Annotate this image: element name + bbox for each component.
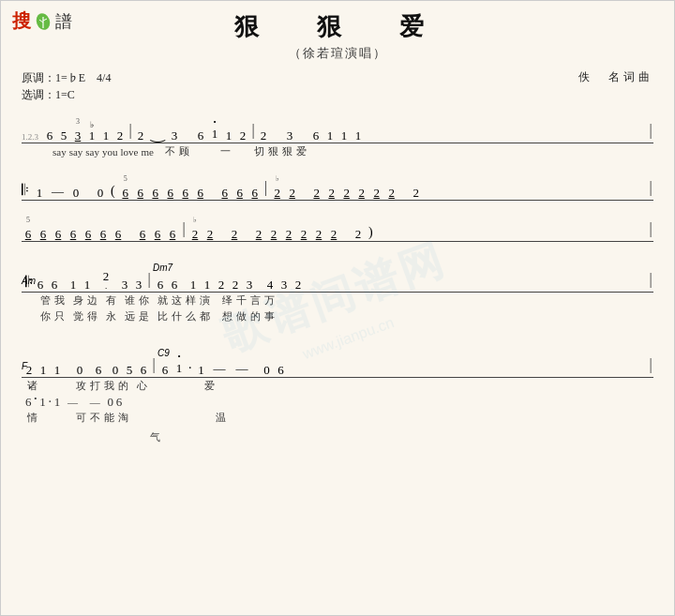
line-1-lyrics: say say say you love me 不 顾 一 切 狠 狠 爱 [22, 143, 653, 159]
lyr-de2: 的 [116, 379, 129, 393]
lyr-bu: 不 [88, 411, 101, 425]
lyr-yang: 样 [184, 293, 197, 308]
chord-dm7: Dm7 [153, 263, 172, 273]
lyr-de: 得 [85, 309, 98, 323]
note-sub-61: 6 [25, 395, 32, 409]
line-5: F 2 1 1 0 6 0 5 6 C9 [22, 336, 653, 447]
note-2o: 2 [252, 228, 265, 240]
lyr-qie: 切 [253, 144, 266, 158]
lyr-ni2: 你 [38, 309, 52, 323]
note-6x: 6 [154, 278, 167, 291]
lyr-shen2: 什 [170, 309, 183, 323]
note-6bb: 6 [137, 364, 150, 376]
note-0c: 0 [73, 364, 86, 376]
note-2b: 2 [134, 129, 147, 142]
paren-close: ) [368, 225, 373, 240]
dash6: — [90, 397, 100, 408]
dash1: — [52, 184, 64, 199]
note-1i: 1 [81, 278, 94, 291]
key-original: 原调：1=♭E 4/4 [22, 69, 111, 86]
line-5-lyrics-sub: 气 [22, 429, 653, 445]
note-2d: 2 [257, 129, 270, 142]
lyr-yan: 演 [198, 293, 211, 308]
lyr-ke: 可 [74, 411, 87, 425]
bar-8 [146, 268, 152, 291]
dash4: — [236, 361, 248, 376]
note-3f: 3 [243, 278, 256, 291]
lyr-yan2: 言 [248, 293, 262, 308]
note-3c: 3 [283, 129, 296, 142]
note-sub-1r: 1 [54, 395, 61, 409]
note-1k: 1 [201, 278, 214, 291]
note-2s: 2 [312, 228, 325, 240]
note-0d: 0 [109, 364, 122, 376]
note-sub-6ee: 6 [116, 395, 123, 409]
lyr-neng: 能 [102, 411, 115, 425]
note-sub-0f: 0 [107, 395, 113, 409]
note-1a: 1 [99, 129, 112, 142]
lyr-wan: 万 [262, 293, 276, 308]
note-6c: 6 [309, 129, 322, 142]
note-2h: 2 [340, 187, 353, 199]
note-6l: 6 [248, 187, 262, 199]
note-6i: 6 [194, 187, 207, 199]
bar-9 [648, 268, 653, 291]
bar-5 [648, 176, 653, 199]
key-info: 原调：1=♭E 4/4 选调：1=C 佚 名词曲 [22, 69, 653, 103]
note-2u: 2 [352, 228, 365, 240]
lyr-say1: say [52, 144, 68, 158]
lyr-tao: 淘 [116, 411, 129, 425]
content-area: 原调：1=♭E 4/4 选调：1=C 佚 名词曲 1.2.3 6 5 33 ♭1… [1, 62, 674, 457]
line-4-lyrics-2: 你 只 觉 得 永 远 是 比 什 么 都 想 做 [22, 308, 653, 324]
lyr-bu: 不 [164, 144, 177, 158]
lyr-zuo: 做 [234, 309, 248, 323]
note-1c: 1 [222, 129, 235, 142]
lyr-yi: 一 [219, 144, 232, 158]
lyr-yuan: 远 [123, 309, 136, 323]
note-2v: 2. [99, 270, 112, 291]
lyr-ni: 你 [137, 293, 150, 308]
note-6o: 6 [67, 228, 80, 240]
note-6a: 6 [43, 129, 56, 142]
logo-leaf-icon [33, 11, 53, 32]
note-1e: 1 [338, 129, 351, 142]
line-3-notes: 5 6 6 6 6 6 6 6 6 6 6 ♭ [22, 208, 653, 242]
note-6e: 6 [134, 187, 147, 199]
note-6m: 6 [37, 228, 50, 240]
lyr-xin: 心 [135, 379, 148, 393]
song-subtitle: （徐若瑄演唱） [1, 45, 674, 62]
note-2x: 2 [229, 278, 242, 291]
rpt-mark-1: 𝄆 [22, 182, 29, 199]
note-6f: 6 [149, 187, 162, 199]
note-5b: 5 [123, 364, 136, 376]
line-5-lyrics-2: 情 可 不 能 淘 温 [22, 410, 653, 426]
note-1j: 1 [187, 278, 200, 291]
logo-pu-text: 譜 [55, 10, 72, 33]
note-3g: 3 [278, 278, 291, 291]
note-6w: 6 [48, 278, 61, 291]
note-sp: ‿ [148, 125, 167, 142]
note-2q: 2 [282, 228, 295, 240]
lyr-wen: 温 [214, 411, 227, 425]
note-2z: 2 [22, 364, 36, 376]
line-4: Am 𝄆 6 6 1 1 2. 3 3 Dm7 [22, 251, 653, 330]
note-2e: 2 [286, 187, 299, 199]
music-content: 1.2.3 6 5 33 ♭1 1 2 2 ‿ 3 6 •1 1 2 [22, 107, 653, 447]
lyr-jiu: 就 [156, 293, 169, 308]
lyr-shei: 谁 [123, 293, 136, 308]
song-title: 狠 狠 爱 [1, 1, 674, 43]
note-3d: 3 [118, 278, 131, 291]
lyr-shi2: 事 [262, 309, 276, 323]
note-1n: •1 [172, 353, 186, 376]
note-3a: 33 [71, 129, 84, 142]
lyr-guan: 管 [38, 293, 52, 308]
dash5: — [68, 397, 78, 408]
lyr-hen1: 狠 [267, 144, 280, 158]
note-6h: 6 [179, 187, 192, 199]
line-5-notes: F 2 1 1 0 6 0 5 6 C9 [22, 336, 653, 378]
note-2j: 2 [370, 187, 383, 199]
line-5-sub-row: 6 • 1 · 1 — — 0 6 [22, 394, 653, 410]
bar-1 [128, 119, 133, 142]
line-1: 1.2.3 6 5 33 ♭1 1 2 2 ‿ 3 6 •1 1 2 [22, 107, 653, 161]
logo: 搜 譜 [12, 8, 72, 34]
